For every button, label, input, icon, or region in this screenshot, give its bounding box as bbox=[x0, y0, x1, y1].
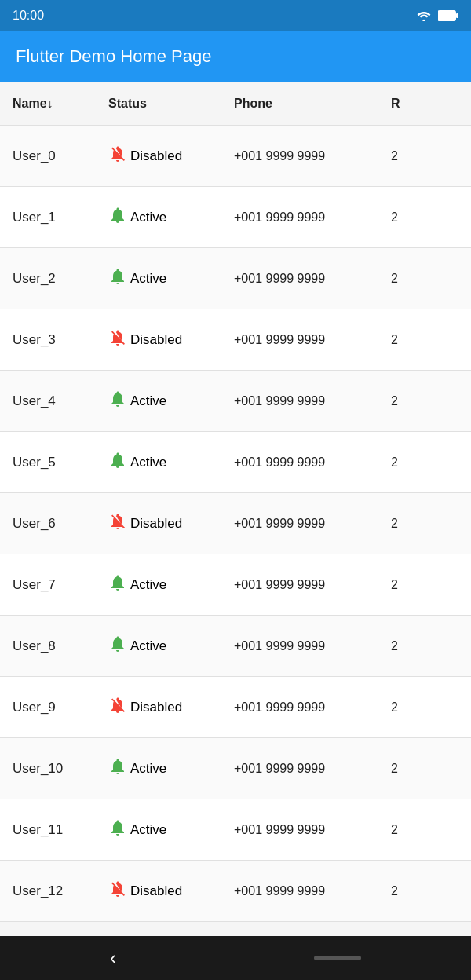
battery-icon bbox=[438, 10, 458, 21]
status-label: Active bbox=[130, 210, 166, 225]
row-status: Active bbox=[108, 757, 234, 780]
table-body: User_0 Disabled +001 9999 9999 2 User_1 … bbox=[0, 126, 471, 936]
header-name[interactable]: Name↓ bbox=[6, 97, 108, 111]
bell-icon bbox=[108, 696, 127, 719]
bell-icon bbox=[108, 328, 127, 351]
status-label: Disabled bbox=[130, 883, 182, 899]
status-label: Disabled bbox=[130, 148, 182, 164]
row-user-name: User_9 bbox=[6, 700, 108, 715]
app-bar: Flutter Demo Home Page bbox=[0, 31, 471, 82]
row-status: Active bbox=[108, 634, 234, 657]
row-extra: 2 bbox=[391, 333, 398, 347]
svg-rect-0 bbox=[438, 11, 455, 20]
header-status: Status bbox=[108, 97, 234, 111]
bell-icon bbox=[108, 144, 127, 167]
row-extra: 2 bbox=[391, 210, 398, 225]
table-row[interactable]: User_6 Disabled +001 9999 9999 2 bbox=[0, 493, 471, 554]
row-status: Disabled bbox=[108, 512, 234, 535]
row-user-name: User_4 bbox=[6, 393, 108, 409]
row-user-name: User_6 bbox=[6, 516, 108, 532]
row-status: Active bbox=[108, 818, 234, 841]
bell-icon bbox=[108, 512, 127, 535]
row-extra: 2 bbox=[391, 517, 398, 531]
row-extra: 2 bbox=[391, 455, 398, 470]
row-phone: +001 9999 9999 bbox=[234, 149, 391, 163]
row-user-name: User_12 bbox=[6, 883, 108, 899]
bell-icon bbox=[108, 879, 127, 902]
home-pill[interactable] bbox=[314, 956, 361, 960]
row-user-name: User_11 bbox=[6, 822, 108, 838]
row-user-name: User_5 bbox=[6, 455, 108, 470]
row-status: Active bbox=[108, 573, 234, 596]
table-row[interactable]: User_12 Disabled +001 9999 9999 2 bbox=[0, 861, 471, 922]
row-phone: +001 9999 9999 bbox=[234, 272, 391, 286]
row-phone: +001 9999 9999 bbox=[234, 700, 391, 715]
table-row[interactable]: User_0 Disabled +001 9999 9999 2 bbox=[0, 126, 471, 187]
table-row[interactable]: User_4 Active +001 9999 9999 2 bbox=[0, 371, 471, 432]
table-row[interactable]: User_5 Active +001 9999 9999 2 bbox=[0, 432, 471, 493]
table-row[interactable]: User_1 Active +001 9999 9999 2 bbox=[0, 187, 471, 248]
row-user-name: User_8 bbox=[6, 638, 108, 654]
status-label: Active bbox=[130, 638, 166, 654]
status-icons bbox=[416, 10, 458, 21]
row-extra: 2 bbox=[391, 272, 398, 286]
bell-icon bbox=[108, 757, 127, 780]
row-user-name: User_7 bbox=[6, 577, 108, 593]
row-status: Active bbox=[108, 206, 234, 229]
wifi-icon bbox=[416, 10, 432, 21]
table-row[interactable]: User_11 Active +001 9999 9999 2 bbox=[0, 799, 471, 861]
row-user-name: User_1 bbox=[6, 210, 108, 225]
row-user-name: User_0 bbox=[6, 148, 108, 164]
status-label: Disabled bbox=[130, 516, 182, 532]
bell-icon bbox=[108, 634, 127, 657]
status-label: Active bbox=[130, 822, 166, 838]
row-user-name: User_10 bbox=[6, 761, 108, 777]
row-phone: +001 9999 9999 bbox=[234, 578, 391, 592]
bell-icon bbox=[108, 267, 127, 290]
status-label: Active bbox=[130, 271, 166, 287]
row-extra: 2 bbox=[391, 823, 398, 837]
row-status: Disabled bbox=[108, 879, 234, 902]
table-row[interactable]: User_3 Disabled +001 9999 9999 2 bbox=[0, 309, 471, 371]
table-row[interactable]: User_9 Disabled +001 9999 9999 2 bbox=[0, 677, 471, 738]
row-extra: 2 bbox=[391, 700, 398, 715]
status-label: Disabled bbox=[130, 332, 182, 348]
row-extra: 2 bbox=[391, 149, 398, 163]
row-status: Disabled bbox=[108, 144, 234, 167]
bell-icon bbox=[108, 389, 127, 412]
row-phone: +001 9999 9999 bbox=[234, 455, 391, 470]
row-extra: 2 bbox=[391, 394, 398, 408]
row-phone: +001 9999 9999 bbox=[234, 210, 391, 225]
status-bar: 10:00 bbox=[0, 0, 471, 31]
row-phone: +001 9999 9999 bbox=[234, 762, 391, 776]
row-status: Active bbox=[108, 451, 234, 474]
back-button[interactable]: ‹ bbox=[110, 947, 116, 969]
header-phone: Phone bbox=[234, 97, 391, 111]
row-extra: 2 bbox=[391, 639, 398, 653]
row-status: Active bbox=[108, 389, 234, 412]
row-status: Disabled bbox=[108, 328, 234, 351]
table-row[interactable]: User_7 Active +001 9999 9999 2 bbox=[0, 554, 471, 616]
row-extra: 2 bbox=[391, 762, 398, 776]
header-extra: R bbox=[391, 97, 400, 111]
bell-icon bbox=[108, 573, 127, 596]
row-extra: 2 bbox=[391, 578, 398, 592]
status-label: Active bbox=[130, 393, 166, 409]
row-status: Disabled bbox=[108, 696, 234, 719]
bell-icon bbox=[108, 818, 127, 841]
row-extra: 2 bbox=[391, 884, 398, 898]
status-label: Disabled bbox=[130, 700, 182, 715]
row-phone: +001 9999 9999 bbox=[234, 394, 391, 408]
status-label: Active bbox=[130, 455, 166, 470]
status-label: Active bbox=[130, 577, 166, 593]
status-time: 10:00 bbox=[13, 9, 44, 23]
row-user-name: User_2 bbox=[6, 271, 108, 287]
bell-icon bbox=[108, 206, 127, 229]
table-header: Name↓ Status Phone R bbox=[0, 82, 471, 126]
table-row[interactable]: User_10 Active +001 9999 9999 2 bbox=[0, 738, 471, 799]
bell-icon bbox=[108, 451, 127, 474]
row-phone: +001 9999 9999 bbox=[234, 333, 391, 347]
table-row[interactable]: User_8 Active +001 9999 9999 2 bbox=[0, 616, 471, 677]
bottom-navigation-bar: ‹ bbox=[0, 936, 471, 980]
table-row[interactable]: User_2 Active +001 9999 9999 2 bbox=[0, 248, 471, 309]
